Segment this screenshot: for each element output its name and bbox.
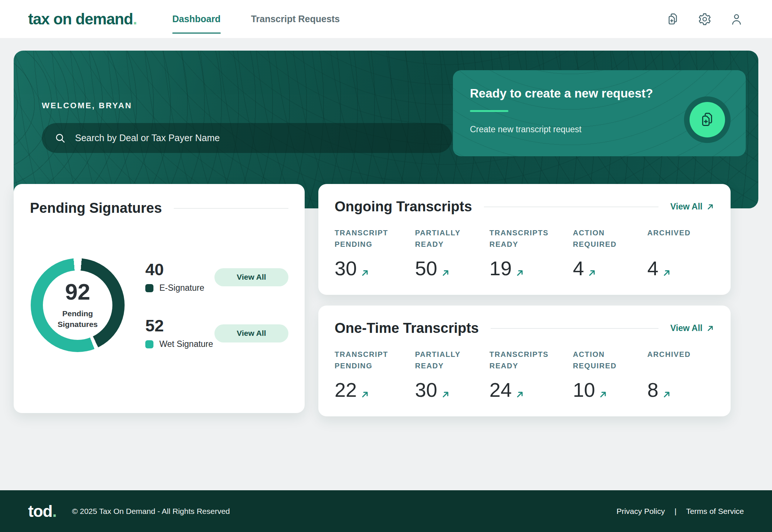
pending-signatures-body: 92 Pending Signatures 40 E-Signature <box>30 258 288 352</box>
stat-value-link[interactable]: 50 <box>415 258 450 278</box>
arrow-up-right-icon <box>515 390 524 399</box>
copyright-text: © 2025 Tax On Demand - All Rights Reserv… <box>72 507 230 516</box>
footer-logo: tod. <box>28 502 57 521</box>
terms-of-service-link[interactable]: Terms of Service <box>686 507 744 516</box>
pending-signatures-title: Pending Signatures <box>30 200 162 216</box>
dashboard-cards: Pending Signatures 92 Pending Signatures… <box>0 184 772 416</box>
settings-gear-icon[interactable] <box>697 12 712 27</box>
new-request-card: Ready to create a new request? Create ne… <box>453 70 746 156</box>
stat-transcripts-ready: TRANSCRIPTS READY 19 <box>490 227 573 278</box>
stat-value-link[interactable]: 22 <box>335 380 369 400</box>
wet-signature-swatch <box>145 340 153 348</box>
stat-value-link[interactable]: 4 <box>647 258 671 278</box>
stat-value-link[interactable]: 19 <box>490 258 524 278</box>
search-input[interactable] <box>75 133 440 143</box>
donut-center-label: Pending Signatures <box>50 308 105 330</box>
legend-item-wet-signature: 52 Wet Signature View All <box>145 317 288 349</box>
tab-transcript-requests[interactable]: Transcript Requests <box>251 0 340 38</box>
transcripts-column: Ongoing Transcripts View All TRANSCRIPT … <box>318 184 731 416</box>
document-plus-icon <box>699 111 716 128</box>
ongoing-view-all-link[interactable]: View All <box>670 202 714 212</box>
stat-value-link[interactable]: 4 <box>573 258 596 278</box>
footer: tod. © 2025 Tax On Demand - All Rights R… <box>0 490 772 532</box>
footer-link-separator: | <box>674 507 676 516</box>
arrow-up-right-icon <box>588 269 596 277</box>
new-request-title: Ready to create a new request? <box>470 86 729 100</box>
arrow-up-right-icon <box>441 390 450 399</box>
one-time-transcripts-card: One-Time Transcripts View All TRANSCRIPT… <box>318 306 731 416</box>
stat-partially-ready: PARTIALLY READY 50 <box>415 227 489 278</box>
pending-signatures-card: Pending Signatures 92 Pending Signatures… <box>14 184 305 413</box>
nav-tabs: Dashboard Transcript Requests <box>172 0 340 38</box>
arrow-up-right-icon <box>360 269 369 277</box>
donut-total-value: 92 <box>65 281 90 303</box>
ongoing-stats-grid: TRANSCRIPT PENDING 30 PARTIALLY READY 50… <box>335 227 714 278</box>
e-signature-swatch <box>145 284 153 292</box>
stat-archived: ARCHIVED 4 <box>647 227 714 278</box>
stat-transcripts-ready: TRANSCRIPTS READY 24 <box>490 349 573 400</box>
mint-underline-accent <box>470 110 508 112</box>
brand-logo: tax on demand. <box>28 10 137 28</box>
e-signature-view-all-button[interactable]: View All <box>214 268 288 286</box>
arrow-up-right-icon <box>662 390 671 399</box>
search-bar[interactable] <box>42 123 452 153</box>
pending-signatures-donut-chart: 92 Pending Signatures <box>31 258 125 352</box>
ongoing-transcripts-title: Ongoing Transcripts <box>335 199 472 215</box>
new-request-icon[interactable] <box>666 12 680 27</box>
stat-partially-ready: PARTIALLY READY 30 <box>415 349 489 400</box>
ongoing-transcripts-card: Ongoing Transcripts View All TRANSCRIPT … <box>318 184 731 295</box>
profile-icon[interactable] <box>729 12 744 27</box>
top-nav: tax on demand. Dashboard Transcript Requ… <box>0 0 772 38</box>
brand-logo-dot: . <box>133 10 137 28</box>
arrow-up-right-icon <box>360 390 369 399</box>
wet-signature-label: Wet Signature <box>159 339 213 349</box>
privacy-policy-link[interactable]: Privacy Policy <box>616 507 665 516</box>
arrow-up-right-icon <box>515 269 524 277</box>
footer-links: Privacy Policy | Terms of Service <box>616 507 744 516</box>
stat-action-required: ACTION REQUIRED 10 <box>573 349 647 400</box>
stat-action-required: ACTION REQUIRED 4 <box>573 227 647 278</box>
stat-transcript-pending: TRANSCRIPT PENDING 30 <box>335 227 415 278</box>
donut-legend: 40 E-Signature View All 52 <box>145 261 288 349</box>
header-divider <box>491 328 658 329</box>
tab-dashboard[interactable]: Dashboard <box>172 0 221 38</box>
arrow-up-right-icon <box>599 390 607 399</box>
wet-signature-view-all-button[interactable]: View All <box>214 324 288 342</box>
nav-icon-group <box>666 12 744 27</box>
arrow-up-right-icon <box>706 324 714 332</box>
stat-value-link[interactable]: 8 <box>647 380 671 400</box>
arrow-up-right-icon <box>441 269 450 277</box>
one-time-view-all-link[interactable]: View All <box>670 323 714 333</box>
arrow-up-right-icon <box>662 269 671 277</box>
header-divider <box>174 208 288 209</box>
arrow-up-right-icon <box>706 203 714 211</box>
wet-signature-count: 52 <box>145 317 213 334</box>
footer-logo-dot: . <box>52 502 56 520</box>
one-time-transcripts-title: One-Time Transcripts <box>335 320 479 336</box>
stat-archived: ARCHIVED 8 <box>647 349 714 400</box>
stat-value-link[interactable]: 30 <box>415 380 450 400</box>
brand-logo-text: tax on demand <box>28 10 133 28</box>
legend-item-e-signature: 40 E-Signature View All <box>145 261 288 293</box>
one-time-stats-grid: TRANSCRIPT PENDING 22 PARTIALLY READY 30… <box>335 349 714 400</box>
search-icon <box>54 132 66 144</box>
stat-transcript-pending: TRANSCRIPT PENDING 22 <box>335 349 415 400</box>
pending-signatures-header: Pending Signatures <box>30 200 288 216</box>
create-request-button-inner <box>690 102 725 137</box>
stat-value-link[interactable]: 30 <box>335 258 369 278</box>
e-signature-count: 40 <box>145 261 204 278</box>
header-divider <box>484 207 658 207</box>
stat-value-link[interactable]: 10 <box>573 380 607 400</box>
donut-center: 92 Pending Signatures <box>43 270 112 340</box>
stat-value-link[interactable]: 24 <box>490 380 524 400</box>
dashboard-page: tax on demand. Dashboard Transcript Requ… <box>0 0 772 532</box>
e-signature-label: E-Signature <box>159 283 204 293</box>
create-request-button[interactable] <box>684 96 731 143</box>
